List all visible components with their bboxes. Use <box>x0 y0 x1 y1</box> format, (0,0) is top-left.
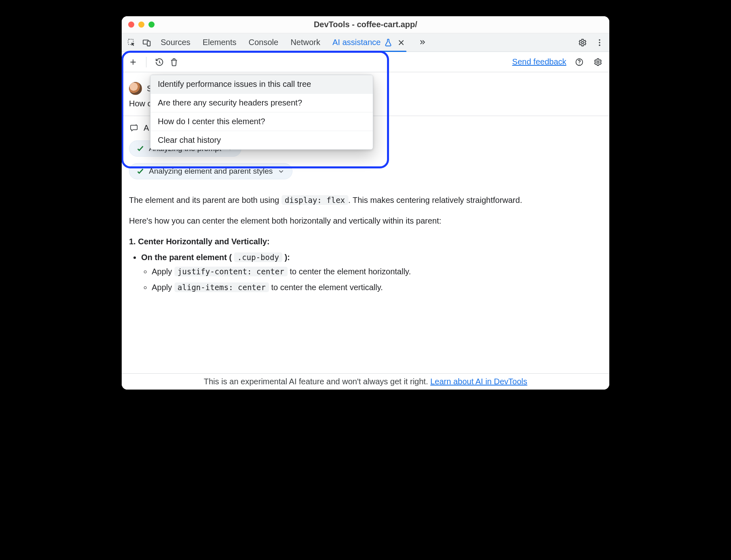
tab-sources[interactable]: Sources <box>161 33 190 52</box>
tab-network[interactable]: Network <box>290 33 320 52</box>
svg-point-5 <box>599 42 600 43</box>
tab-label: Sources <box>161 38 190 47</box>
progress-chip[interactable]: Analyzing element and parent styles <box>129 163 292 179</box>
separator <box>146 57 146 67</box>
kebab-menu-icon[interactable] <box>594 37 605 48</box>
history-item[interactable]: How do I center this element? <box>150 112 373 131</box>
panel-tabbar: Sources Elements Console Network AI assi… <box>122 33 609 52</box>
svg-point-9 <box>597 61 599 63</box>
code-inline: align-items: center <box>174 282 269 292</box>
code-inline: .cup-body <box>234 252 282 262</box>
history-icon[interactable] <box>154 56 165 68</box>
text: Apply <box>152 283 174 292</box>
history-dropdown: Identify performance issues in this call… <box>150 75 373 150</box>
chat-content: S How c A Analyzing the prompt <box>122 72 609 373</box>
chip-label: Analyzing element and parent styles <box>149 167 273 176</box>
window-title: DevTools - coffee-cart.app/ <box>122 20 609 29</box>
text: ): <box>282 253 290 262</box>
tab-label: AI assistance <box>333 38 381 47</box>
code-inline: display: flex <box>282 195 348 205</box>
text: to center the element horizontally. <box>288 267 411 276</box>
history-item[interactable]: Are there any security headers present? <box>150 94 373 112</box>
device-toolbar-icon[interactable] <box>141 37 153 48</box>
clear-history-item[interactable]: Clear chat history <box>150 131 373 149</box>
ai-label: A <box>144 123 149 133</box>
settings-gear-icon[interactable] <box>577 37 588 48</box>
tab-ai-assistance[interactable]: AI assistance <box>333 33 406 52</box>
titlebar: DevTools - coffee-cart.app/ <box>122 16 609 33</box>
footer: This is an experimental AI feature and w… <box>122 373 609 390</box>
text: The element and its parent are both usin… <box>129 196 282 205</box>
user-avatar <box>129 82 142 95</box>
footer-text: This is an experimental AI feature and w… <box>204 377 430 386</box>
experiment-flask-icon <box>384 38 393 47</box>
svg-rect-2 <box>147 41 150 46</box>
help-icon[interactable] <box>574 56 585 68</box>
list-item: Apply justify-content: center to center … <box>152 265 602 278</box>
svg-point-8 <box>579 63 580 64</box>
ai-sparkle-chat-icon <box>129 123 140 133</box>
chevron-down-icon <box>277 167 286 176</box>
text: . This makes centering relatively straig… <box>348 196 522 205</box>
tab-elements[interactable]: Elements <box>202 33 236 52</box>
check-icon <box>136 167 145 176</box>
close-window-button[interactable] <box>128 22 134 28</box>
check-icon <box>136 144 145 153</box>
devtools-window: DevTools - coffee-cart.app/ Sources Elem… <box>122 16 609 390</box>
delete-icon[interactable] <box>168 56 180 68</box>
text: On the parent element ( <box>141 253 234 262</box>
footer-link[interactable]: Learn about AI in DevTools <box>430 377 527 386</box>
text: Here's how you can center the element bo… <box>129 215 602 227</box>
tab-label: Network <box>290 38 320 47</box>
list-item: On the parent element ( .cup-body ): App… <box>141 251 602 294</box>
inspect-element-icon[interactable] <box>126 37 137 48</box>
svg-point-3 <box>581 41 584 44</box>
history-item[interactable]: Identify performance issues in this call… <box>150 75 373 94</box>
code-inline: justify-content: center <box>174 267 288 276</box>
send-feedback-link[interactable]: Send feedback <box>512 57 566 67</box>
svg-point-4 <box>599 39 600 41</box>
text: Apply <box>152 267 174 276</box>
minimize-window-button[interactable] <box>138 22 144 28</box>
new-chat-icon[interactable] <box>127 56 139 68</box>
traffic-lights <box>128 22 155 28</box>
ai-toolbar: Send feedback <box>122 52 609 72</box>
tab-label: Console <box>249 38 278 47</box>
ai-response: The element and its parent are both usin… <box>129 194 602 294</box>
close-tab-icon[interactable] <box>397 38 406 47</box>
zoom-window-button[interactable] <box>148 22 155 28</box>
tab-label: Elements <box>202 38 236 47</box>
panel-settings-gear-icon[interactable] <box>592 56 604 68</box>
more-tabs-icon[interactable] <box>418 38 427 47</box>
list-item: Apply align-items: center to center the … <box>152 281 602 294</box>
response-heading: 1. Center Horizontally and Vertically: <box>129 235 602 248</box>
svg-point-6 <box>599 44 600 46</box>
tab-console[interactable]: Console <box>249 33 278 52</box>
text: to center the element vertically. <box>269 283 383 292</box>
